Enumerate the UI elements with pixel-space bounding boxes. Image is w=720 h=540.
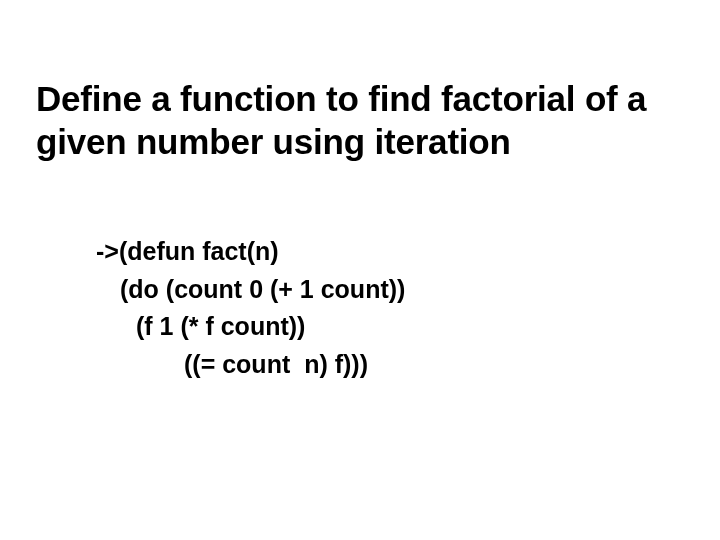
code-line-3: (f 1 (* f count)) bbox=[96, 308, 684, 346]
code-line-4: ((= count n) f))) bbox=[96, 346, 684, 384]
code-block: ->(defun fact(n) (do (count 0 (+ 1 count… bbox=[36, 233, 684, 383]
slide: Define a function to find factorial of a… bbox=[0, 0, 720, 540]
code-line-1: ->(defun fact(n) bbox=[96, 233, 684, 271]
slide-title: Define a function to find factorial of a… bbox=[36, 78, 684, 163]
code-line-2: (do (count 0 (+ 1 count)) bbox=[96, 271, 684, 309]
